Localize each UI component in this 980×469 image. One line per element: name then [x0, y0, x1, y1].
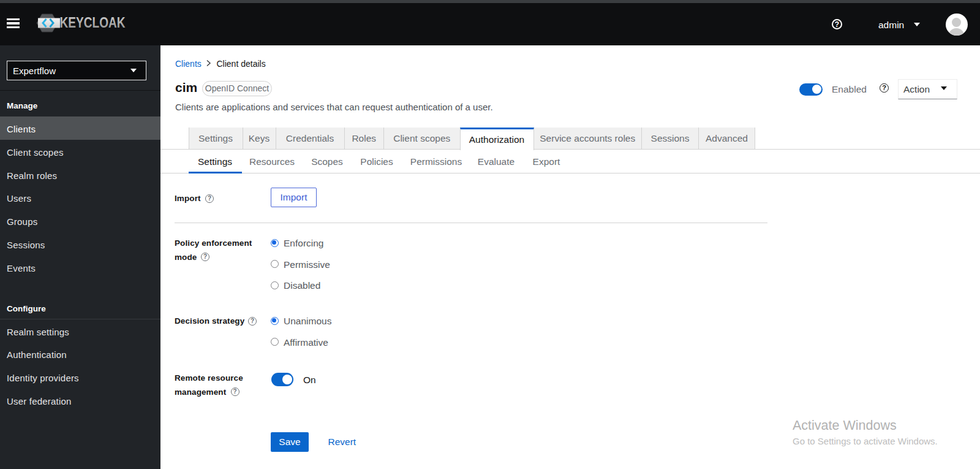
- svg-text:KEYCLOAK: KEYCLOAK: [60, 15, 126, 31]
